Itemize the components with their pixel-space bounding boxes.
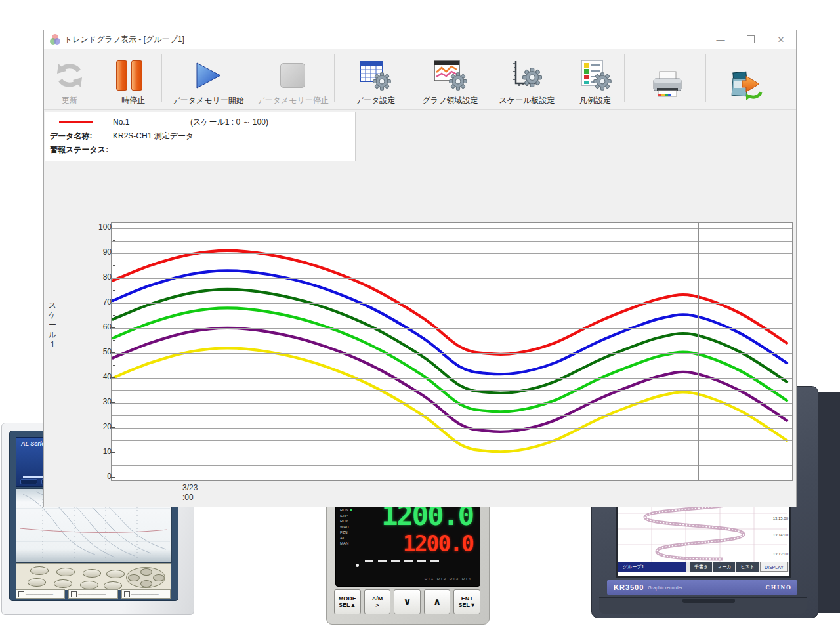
gridline	[112, 266, 792, 266]
chino-logo: CHINO	[765, 584, 792, 591]
gridline	[112, 440, 792, 441]
export-image-icon	[730, 68, 766, 106]
gridline	[190, 223, 190, 480]
data-name-value: KR2S-CH1 測定データ	[113, 130, 194, 142]
gridline	[112, 253, 792, 254]
window-title: トレンドグラフ表示 - [グループ1]	[64, 34, 184, 45]
trend-curve-yellow	[113, 348, 787, 452]
trend-plot-area	[111, 222, 793, 481]
kr3500-model-band: KR3500 Graphic recorder CHINO	[607, 580, 797, 595]
title-bar[interactable]: トレンドグラフ表示 - [グループ1] — ✕	[44, 30, 796, 49]
y-axis-tick-label: 80	[72, 272, 112, 282]
stop-icon	[280, 56, 305, 94]
legend-list-gear-icon	[578, 56, 612, 94]
y-axis-tick-label: 50	[72, 347, 112, 356]
series-number: No.1	[113, 116, 129, 128]
printer-icon	[650, 68, 685, 106]
refresh-icon	[54, 56, 85, 94]
db670-keys: MODESEL▲ A/M＞ ∨ ∧ ENTSEL▼	[334, 589, 480, 614]
legend-settings-button[interactable]: 凡例設定	[565, 51, 625, 106]
gridline	[112, 328, 792, 329]
gridline	[112, 303, 792, 304]
toolbar-separator	[161, 54, 162, 102]
refresh-button[interactable]: 更新	[49, 51, 90, 106]
gridline	[112, 465, 792, 466]
data-table-gear-icon	[358, 56, 392, 94]
y-axis-tick-label: 20	[72, 422, 112, 431]
minimize-button[interactable]: —	[705, 30, 736, 49]
y-axis-tick-label: 90	[72, 247, 112, 257]
gridline	[112, 366, 792, 366]
toolbar: 更新 一時停止 データメモリー開始 データメモリー停止	[44, 49, 796, 110]
trend-curves	[112, 223, 792, 480]
toolbar-separator	[705, 54, 706, 102]
toolbar-separator	[624, 54, 625, 102]
maximize-button[interactable]	[736, 30, 766, 49]
pause-icon	[116, 56, 142, 94]
al-series-keypad	[16, 563, 171, 590]
alarm-status-label: 警報ステータス:	[50, 144, 108, 156]
gridline	[112, 241, 792, 242]
gridline	[112, 390, 792, 391]
gridline	[112, 228, 792, 229]
gridline	[112, 353, 792, 354]
gridline	[112, 316, 792, 316]
y-axis-tick-label: 40	[72, 372, 112, 381]
gridline	[112, 341, 792, 341]
series-color-swatch	[59, 121, 93, 123]
print-button[interactable]	[635, 51, 700, 106]
gridline	[112, 478, 792, 478]
data-memory-start-button[interactable]: データメモリー開始	[166, 51, 250, 106]
gridline	[112, 291, 792, 291]
maximize-icon	[747, 35, 755, 43]
data-name-label: データ名称:	[50, 130, 93, 142]
gridline	[112, 378, 792, 379]
kr3500-side	[816, 392, 840, 613]
trend-graph-window: トレンドグラフ表示 - [グループ1] — ✕ 更新 一時停止	[43, 30, 797, 507]
gridline	[112, 453, 792, 453]
toolbar-separator	[334, 54, 335, 102]
data-settings-button[interactable]: データ設定	[341, 51, 410, 106]
y-axis-tick-label: 30	[72, 397, 112, 406]
app-icon	[50, 34, 60, 45]
gridline	[112, 278, 792, 279]
data-memory-stop-button[interactable]: データメモリー停止	[253, 51, 333, 106]
chart-gear-icon	[432, 56, 468, 94]
close-button[interactable]: ✕	[766, 30, 796, 49]
graph-area-settings-button[interactable]: グラフ領域設定	[411, 51, 489, 106]
y-axis-title: ス ケ ー ル 1	[48, 301, 57, 350]
gridline	[112, 428, 792, 429]
gridline	[698, 223, 699, 480]
y-axis-tick-label: 60	[72, 322, 112, 331]
series-scale-range: (スケール1 : 0 ～ 100)	[190, 116, 268, 128]
export-image-button[interactable]	[712, 51, 784, 106]
y-axis-tick-label: 0	[72, 472, 112, 481]
kr3500-drawer-handle	[682, 598, 735, 603]
y-axis-tick-label: 70	[72, 297, 112, 306]
y-axis-tick-label: 100	[72, 222, 112, 232]
x-axis-tick-label: 3/23 :00	[182, 483, 198, 503]
gridline	[112, 403, 792, 404]
scale-plate-settings-button[interactable]: スケール板設定	[490, 51, 564, 106]
series-info-panel: No.1 (スケール1 : 0 ～ 100) データ名称: KR2S-CH1 測…	[45, 112, 356, 161]
db670-sv-display: 1200.0	[403, 531, 473, 556]
play-icon	[193, 56, 223, 94]
scale-axis-gear-icon	[510, 56, 544, 94]
gridline	[112, 415, 792, 416]
pause-button[interactable]: 一時停止	[96, 51, 162, 106]
y-axis-tick-label: 10	[72, 447, 112, 456]
trend-curve-blue	[113, 270, 787, 374]
al-series-label-strips: ―――――――――――――――――――――	[16, 589, 171, 598]
